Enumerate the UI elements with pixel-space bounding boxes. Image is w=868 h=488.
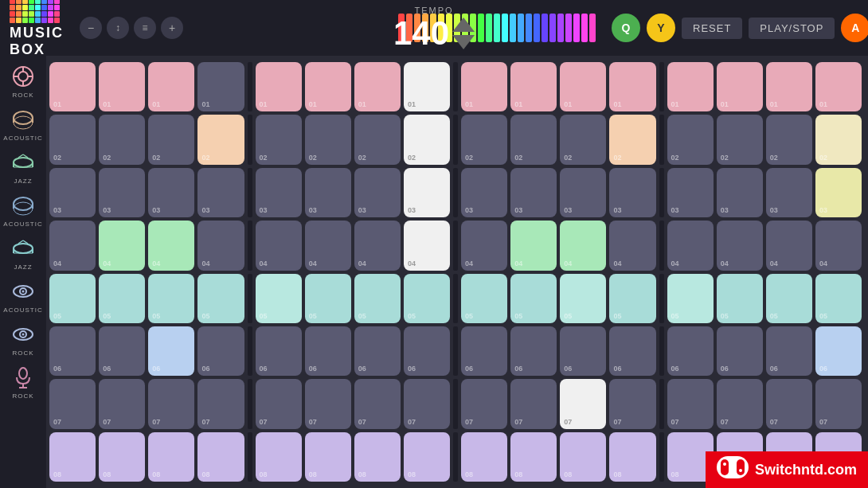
pad-4-9[interactable]: 04: [461, 221, 507, 270]
pad-8-4[interactable]: 08: [197, 432, 244, 482]
pad-5-14[interactable]: 05: [717, 274, 763, 323]
reset-button[interactable]: RESET: [682, 18, 742, 39]
tempo-down-button[interactable]: [452, 35, 475, 49]
pad-5-10[interactable]: 05: [510, 274, 557, 323]
pad-6-9[interactable]: 06: [461, 326, 507, 376]
pad-8-11[interactable]: 08: [560, 432, 606, 482]
pad-6-4[interactable]: 06: [197, 326, 244, 376]
pad-1-5[interactable]: 01: [256, 62, 302, 111]
pad-5-9[interactable]: 05: [461, 274, 507, 323]
pad-6-11[interactable]: 06: [560, 326, 606, 376]
pad-7-2[interactable]: 07: [99, 379, 145, 428]
sidebar-item-jazz2[interactable]: JAZZ: [0, 232, 46, 273]
sidebar-item-rock3[interactable]: ROCK: [0, 361, 46, 402]
pad-4-5[interactable]: 04: [256, 221, 302, 270]
pad-5-12[interactable]: 05: [609, 274, 655, 323]
pad-3-16[interactable]: 03: [815, 168, 862, 217]
pad-6-15[interactable]: 06: [766, 326, 812, 376]
minus-button[interactable]: −: [80, 17, 102, 39]
pad-1-16[interactable]: 01: [815, 62, 862, 111]
pad-4-14[interactable]: 04: [717, 221, 763, 270]
pad-7-8[interactable]: 07: [404, 379, 450, 428]
pad-2-16[interactable]: 02: [815, 115, 862, 164]
pad-3-12[interactable]: 03: [609, 168, 655, 217]
pad-1-15[interactable]: 01: [766, 62, 812, 111]
pad-2-7[interactable]: 02: [354, 115, 401, 164]
pad-2-1[interactable]: 02: [49, 115, 96, 164]
settings-button[interactable]: ≡: [134, 17, 156, 39]
pad-3-8[interactable]: 03: [404, 168, 450, 217]
pad-1-10[interactable]: 01: [510, 62, 557, 111]
pad-8-2[interactable]: 08: [99, 432, 145, 482]
pad-1-13[interactable]: 01: [667, 62, 714, 111]
pad-1-3[interactable]: 01: [148, 62, 194, 111]
pad-3-15[interactable]: 03: [766, 168, 812, 217]
pad-2-2[interactable]: 02: [99, 115, 145, 164]
pad-3-13[interactable]: 03: [667, 168, 714, 217]
pad-1-14[interactable]: 01: [717, 62, 763, 111]
pad-5-8[interactable]: 05: [404, 274, 450, 323]
pad-8-5[interactable]: 08: [256, 432, 302, 482]
pad-1-1[interactable]: 01: [49, 62, 96, 111]
pad-6-1[interactable]: 06: [49, 326, 96, 376]
pad-7-16[interactable]: 07: [815, 379, 862, 428]
pad-2-9[interactable]: 02: [461, 115, 507, 164]
sidebar-item-acoustic1[interactable]: ACOUSTIC: [0, 103, 46, 144]
pad-4-8[interactable]: 04: [404, 221, 450, 270]
pad-1-2[interactable]: 01: [99, 62, 145, 111]
pad-8-8[interactable]: 08: [404, 432, 450, 482]
pad-8-7[interactable]: 08: [354, 432, 401, 482]
pad-5-2[interactable]: 05: [99, 274, 145, 323]
pad-7-7[interactable]: 07: [354, 379, 401, 428]
pad-3-9[interactable]: 03: [461, 168, 507, 217]
pad-2-8[interactable]: 02: [404, 115, 450, 164]
pad-8-3[interactable]: 08: [148, 432, 194, 482]
pad-2-3[interactable]: 02: [148, 115, 194, 164]
pad-3-11[interactable]: 03: [560, 168, 606, 217]
pad-6-5[interactable]: 06: [256, 326, 302, 376]
pad-5-5[interactable]: 05: [256, 274, 302, 323]
pad-5-11[interactable]: 05: [560, 274, 606, 323]
tempo-up-button[interactable]: [452, 18, 475, 32]
pad-1-11[interactable]: 01: [560, 62, 606, 111]
pad-7-11[interactable]: 07: [560, 379, 606, 428]
pad-4-6[interactable]: 04: [305, 221, 351, 270]
pad-4-11[interactable]: 04: [560, 221, 606, 270]
pad-4-15[interactable]: 04: [766, 221, 812, 270]
pad-5-3[interactable]: 05: [148, 274, 194, 323]
pad-3-2[interactable]: 03: [99, 168, 145, 217]
pad-5-7[interactable]: 05: [354, 274, 401, 323]
pad-3-1[interactable]: 03: [49, 168, 96, 217]
pad-8-9[interactable]: 08: [461, 432, 507, 482]
pad-5-6[interactable]: 05: [305, 274, 351, 323]
pad-4-4[interactable]: 04: [197, 221, 244, 270]
pad-8-1[interactable]: 08: [49, 432, 96, 482]
pad-6-12[interactable]: 06: [609, 326, 655, 376]
pad-6-7[interactable]: 06: [354, 326, 401, 376]
pad-7-13[interactable]: 07: [667, 379, 714, 428]
pad-4-2[interactable]: 04: [99, 221, 145, 270]
pad-2-4[interactable]: 02: [197, 115, 244, 164]
pad-3-3[interactable]: 03: [148, 168, 194, 217]
btn-y[interactable]: Y: [647, 14, 675, 42]
pad-7-3[interactable]: 07: [148, 379, 194, 428]
pad-5-16[interactable]: 05: [815, 274, 862, 323]
pad-7-5[interactable]: 07: [256, 379, 302, 428]
pad-1-4[interactable]: 01: [197, 62, 244, 111]
pad-6-14[interactable]: 06: [717, 326, 763, 376]
pad-7-15[interactable]: 07: [766, 379, 812, 428]
pad-6-6[interactable]: 06: [305, 326, 351, 376]
sidebar-item-rock1[interactable]: ROCK: [0, 60, 46, 101]
pad-3-6[interactable]: 03: [305, 168, 351, 217]
pad-3-4[interactable]: 03: [197, 168, 244, 217]
pad-1-6[interactable]: 01: [305, 62, 351, 111]
pad-1-8[interactable]: 01: [404, 62, 450, 111]
pad-4-1[interactable]: 04: [49, 221, 96, 270]
pad-5-15[interactable]: 05: [766, 274, 812, 323]
pad-7-12[interactable]: 07: [609, 379, 655, 428]
pad-2-15[interactable]: 02: [766, 115, 812, 164]
pad-3-10[interactable]: 03: [510, 168, 557, 217]
pad-4-13[interactable]: 04: [667, 221, 714, 270]
pad-2-5[interactable]: 02: [256, 115, 302, 164]
pad-2-12[interactable]: 02: [609, 115, 655, 164]
